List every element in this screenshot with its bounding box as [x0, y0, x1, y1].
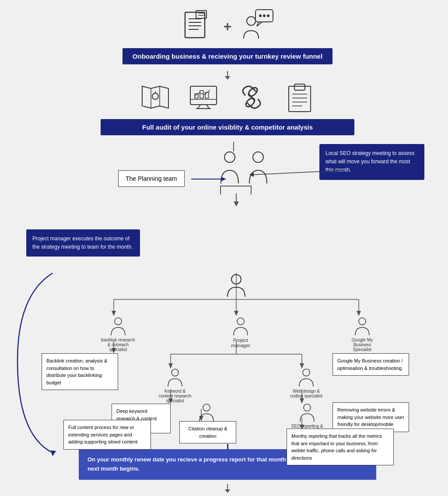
svg-point-13 [247, 17, 256, 25]
planning-team-box: The Planning team [118, 170, 185, 187]
web-design-figure: Web design & coding specialist [289, 367, 324, 398]
document-icon [180, 9, 215, 44]
svg-point-67 [237, 318, 244, 325]
svg-point-65 [231, 274, 241, 284]
svg-marker-64 [51, 450, 56, 456]
svg-point-10 [263, 14, 266, 17]
svg-point-24 [247, 86, 259, 98]
flowchart: + Onboarding business & recieving your t [18, 9, 438, 496]
svg-point-71 [203, 404, 210, 411]
plus-icon: + [224, 18, 232, 35]
svg-point-70 [303, 369, 310, 376]
svg-point-72 [304, 404, 311, 411]
project-manager-bubble: Project manager executes the outcome of … [26, 229, 140, 257]
svg-marker-37 [234, 201, 239, 207]
onboarding-banner: Onboarding business & recieving your tur… [122, 48, 332, 64]
top-icons-row: + [18, 9, 438, 44]
citation-box: Citation cleanup & creation [179, 421, 236, 443]
computer-chart-icon [186, 80, 221, 115]
svg-point-34 [224, 152, 235, 162]
workers-section: backlink research & outreach specialist … [18, 273, 438, 440]
svg-rect-23 [205, 92, 209, 98]
svg-line-19 [206, 105, 209, 109]
team-figures [219, 151, 269, 186]
svg-rect-0 [185, 12, 205, 38]
svg-point-35 [253, 152, 263, 162]
second-icons-row [18, 80, 438, 115]
svg-point-66 [115, 318, 122, 325]
removing-errors-box: Removing website errors & making your we… [332, 402, 409, 432]
project-manager-figure [224, 273, 248, 299]
svg-point-68 [359, 318, 366, 325]
gmb-specialist-figure: Google My Business Specialist [345, 316, 380, 352]
svg-point-9 [259, 14, 262, 17]
svg-point-69 [172, 369, 178, 376]
gmb-box: Google My Business creation / optimisati… [332, 353, 409, 376]
svg-line-18 [198, 105, 200, 109]
local-seo-bubble: Local SEO strategy meeting to assess wha… [319, 144, 424, 180]
backlink-box: Backlink creation, analysis & consultati… [42, 353, 118, 390]
svg-marker-45 [112, 311, 116, 316]
page-container: + Onboarding business & recieving your t [0, 0, 448, 496]
svg-point-11 [267, 14, 270, 17]
clipboard-icon [282, 80, 317, 115]
project-manager-label: Project manager [223, 316, 258, 348]
svg-marker-46 [234, 311, 238, 316]
chain-icon [234, 80, 269, 115]
full-content-box: Full content process for new or extendin… [63, 420, 151, 450]
svg-rect-22 [200, 91, 203, 98]
svg-point-25 [245, 97, 256, 109]
svg-marker-47 [357, 311, 361, 316]
person-speech-icon [240, 9, 275, 44]
svg-rect-27 [294, 84, 305, 90]
keyword-specialist-figure: Keyword & content research specialist [158, 367, 192, 403]
svg-point-14 [152, 93, 158, 99]
monthly-reporting-box: Monthy reporting that tracks all the met… [287, 429, 394, 465]
svg-marker-12 [257, 22, 262, 26]
audit-banner: Full audit of your online visiblity & co… [101, 119, 354, 135]
backlink-specialist-figure: backlink research & outreach specialist [101, 316, 136, 352]
map-icon [138, 80, 173, 115]
